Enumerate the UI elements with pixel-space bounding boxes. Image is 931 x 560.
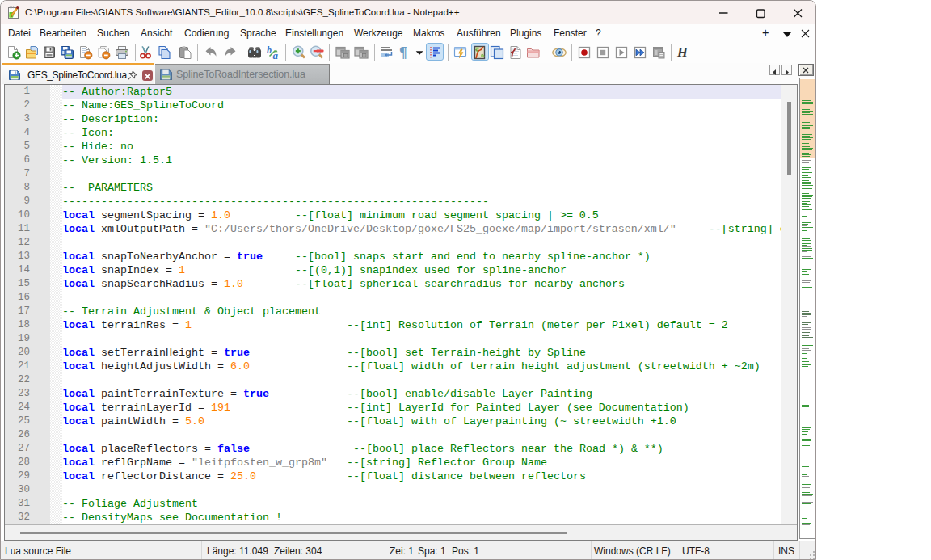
svg-text:H: H bbox=[676, 45, 689, 60]
svg-text:¶: ¶ bbox=[399, 45, 407, 60]
